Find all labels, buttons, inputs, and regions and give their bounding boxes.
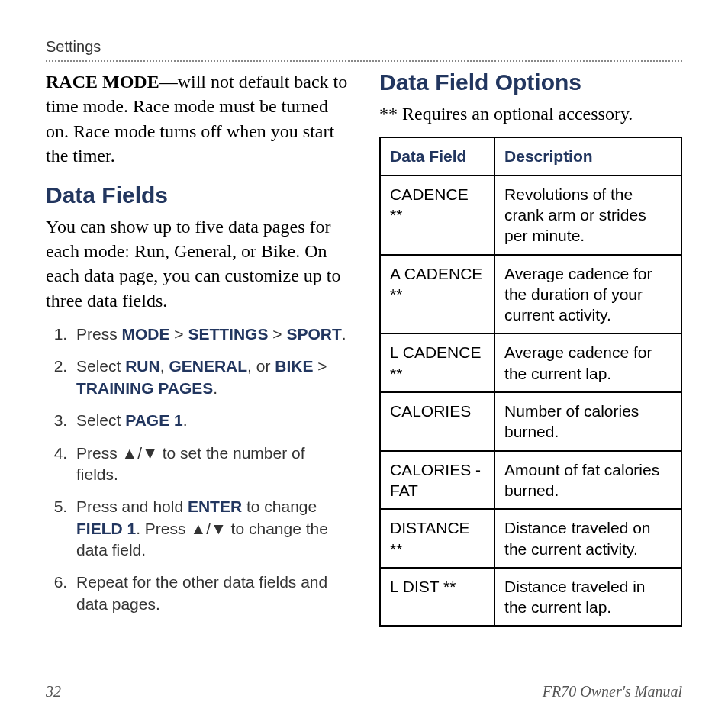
accessory-note: ** Requires an optional accessory. xyxy=(379,101,682,126)
arrows-icon: ▲/▼ xyxy=(190,520,226,537)
ui-bike: BIKE xyxy=(275,357,313,375)
steps-list: Press MODE > SETTINGS > SPORT. Select RU… xyxy=(46,324,349,615)
table-row: CADENCE ** Revolutions of the crank arm … xyxy=(380,176,681,255)
step-text: to change xyxy=(242,498,317,515)
ui-field1: FIELD 1 xyxy=(76,520,136,537)
cell-field: CALORIES - FAT xyxy=(380,451,494,510)
th-description: Description xyxy=(494,137,681,175)
cell-desc: Average cadence for the current lap. xyxy=(494,333,681,392)
race-mode-label: RACE MODE xyxy=(46,72,159,92)
step-2: Select RUN, GENERAL, or BIKE > TRAINING … xyxy=(72,356,349,399)
sep: > xyxy=(313,357,327,375)
arrows-icon: ▲/▼ xyxy=(122,444,158,462)
two-column-layout: RACE MODE—will not default back to time … xyxy=(46,69,682,627)
ui-sport: SPORT xyxy=(286,325,341,343)
cell-field: CADENCE ** xyxy=(380,176,494,255)
page-number: 32 xyxy=(46,683,61,701)
cell-desc: Average cadence for the duration of your… xyxy=(494,255,681,334)
ui-page1: PAGE 1 xyxy=(125,411,182,429)
step-4: Press ▲/▼ to set the number of fields. xyxy=(72,443,349,486)
cell-field: L DIST ** xyxy=(380,568,494,627)
step-1: Press MODE > SETTINGS > SPORT. xyxy=(72,324,349,345)
step-6: Repeat for the other data fields and dat… xyxy=(72,572,349,615)
ui-training-pages: TRAINING PAGES xyxy=(76,379,213,397)
th-data-field: Data Field xyxy=(380,137,494,175)
cell-desc: Number of calories burned. xyxy=(494,392,681,451)
sep: > xyxy=(170,325,188,343)
period: . xyxy=(213,379,217,397)
period: . xyxy=(183,411,188,429)
ui-run: RUN xyxy=(125,357,160,375)
comma: , xyxy=(160,357,169,375)
manual-page: Settings RACE MODE—will not default back… xyxy=(0,0,728,728)
text: , or xyxy=(247,357,275,375)
ui-mode: MODE xyxy=(122,325,170,343)
cell-field: A CADENCE ** xyxy=(380,255,494,334)
section-label: Settings xyxy=(46,38,682,62)
step-3: Select PAGE 1. xyxy=(72,410,349,431)
race-mode-paragraph: RACE MODE—will not default back to time … xyxy=(46,69,349,169)
right-column: Data Field Options ** Requires an option… xyxy=(379,69,682,627)
table-row: L DIST ** Distance traveled in the curre… xyxy=(380,568,681,627)
cell-desc: Distance traveled on the current activit… xyxy=(494,509,681,568)
table-header-row: Data Field Description xyxy=(380,137,681,175)
cell-field: L CADENCE ** xyxy=(380,333,494,392)
page-footer: 32 FR70 Owner's Manual xyxy=(46,683,682,701)
step-text: . Press xyxy=(136,520,190,537)
cell-desc: Revolutions of the crank arm or strides … xyxy=(494,176,681,255)
data-field-options-heading: Data Field Options xyxy=(379,69,682,95)
cell-field: DISTANCE ** xyxy=(380,509,494,568)
cell-field: CALORIES xyxy=(380,392,494,451)
table-row: DISTANCE ** Distance traveled on the cur… xyxy=(380,509,681,568)
step-5: Press and hold ENTER to change FIELD 1. … xyxy=(72,496,349,561)
period: . xyxy=(342,325,346,343)
step-text: Press and hold xyxy=(76,498,188,515)
table-row: A CADENCE ** Average cadence for the dur… xyxy=(380,255,681,334)
ui-settings: SETTINGS xyxy=(188,325,268,343)
cell-desc: Distance traveled in the current lap. xyxy=(494,568,681,627)
table-row: CALORIES - FAT Amount of fat calories bu… xyxy=(380,451,681,510)
left-column: RACE MODE—will not default back to time … xyxy=(46,69,349,627)
ui-general: GENERAL xyxy=(169,357,247,375)
data-fields-heading: Data Fields xyxy=(46,182,349,208)
table-row: CALORIES Number of calories burned. xyxy=(380,392,681,451)
manual-title: FR70 Owner's Manual xyxy=(543,683,682,701)
table-row: L CADENCE ** Average cadence for the cur… xyxy=(380,333,681,392)
data-field-options-table: Data Field Description CADENCE ** Revolu… xyxy=(379,137,682,627)
step-text: Select xyxy=(76,357,125,375)
step-text: Press xyxy=(76,325,122,343)
sep: > xyxy=(268,325,286,343)
step-text: Select xyxy=(76,411,125,429)
data-fields-intro: You can show up to five data pages for e… xyxy=(46,214,349,314)
step-text: Press xyxy=(76,444,122,462)
ui-enter: ENTER xyxy=(188,498,242,515)
cell-desc: Amount of fat calories burned. xyxy=(494,451,681,510)
